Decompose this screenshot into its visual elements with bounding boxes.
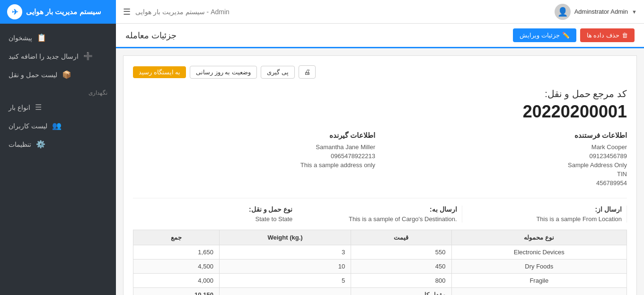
content-area: جزئیات معامله ✏️ جزئیات ویرایش 🗑 حذف داد… [116,24,644,295]
delete-button[interactable]: 🗑 حذف داده ها [580,28,635,42]
cargo-table: نوع محموله قیمت Weight (kg.) جمع Electro… [133,230,627,295]
sidebar-header: ✈ سیستم مدیریت بار هوایی [0,0,116,24]
cell-weight: 3 [219,245,351,259]
route-to-col: ارسال به: .This is a sample of Cargo's D… [297,206,462,223]
route-type-label: نوع حمل و نقل: [138,206,292,213]
sender-tin-value: 456789954 [385,179,627,187]
main-area: ☰ Admin - سیستم مدیریت بار هوایی 👤 Admin… [116,0,644,295]
sidebar-item-cargo-types[interactable]: ☰ انواع بار [0,98,116,116]
cell-weight: 10 [219,259,351,274]
sidebar-item-label: ارسال جدید را اضافه کنید [9,53,79,60]
route-type-col: نوع حمل و نقل: State to State [133,206,297,223]
sender-address: Sample Address Only [385,161,627,169]
page-title: جزئیات معامله [125,30,176,41]
topbar: ☰ Admin - سیستم مدیریت بار هوایی 👤 Admin… [116,0,644,24]
sender-phone: 09123456789 [385,152,627,160]
action-bar: به ایستگاه رسید وضعیت به روز رسانی پی گی… [133,65,627,79]
route-from-col: ارسال از: This is a sample From Location [462,206,627,223]
route-grid: ارسال از: This is a sample From Location… [133,198,627,223]
cell-total: 1,650 [133,245,220,259]
add-icon: ➕ [83,52,93,61]
total-label: مقدار کل [351,288,451,295]
route-to-label: ارسال به: [302,206,457,213]
cell-price: 800 [351,274,451,288]
app-title: سیستم مدیریت بار هوایی [26,8,101,16]
table-row: Dry Foods 450 10 4,500 [133,259,627,274]
sidebar-item-settings[interactable]: ⚙️ تنظیمات [0,135,116,153]
col-header-type: نوع محموله [451,230,626,245]
sidebar-nav: 📋 پیشخوان ➕ ارسال جدید را اضافه کنید 📦 ل… [0,24,116,158]
cell-weight: 5 [219,274,351,288]
sidebar-item-users[interactable]: 👥 لیست کاربران [0,116,116,135]
receiver-phone: 0965478922213 [133,152,375,160]
table-total-row: مقدار کل 10,150 [133,288,627,295]
reference-number: 20220200001 [133,102,627,122]
cell-total: 4,000 [133,274,220,288]
details-edit-button[interactable]: ✏️ جزئیات ویرایش [513,28,576,42]
sidebar-item-label: تنظیمات [9,141,31,148]
status-button[interactable]: وضعیت به روز رسانی [190,66,257,79]
receiver-address: This a sample address only [133,161,375,169]
table-header-row: نوع محموله قیمت Weight (kg.) جمع [133,230,627,245]
route-type-value: State to State [138,215,292,223]
total-cell-empty2 [219,288,351,295]
total-cell-empty1 [451,288,626,295]
menu-toggle-icon[interactable]: ☰ [123,7,131,17]
sidebar-item-label: انواع بار [9,104,30,111]
app-logo: ✈ [7,4,22,19]
sender-title: اطلاعات فرستنده [385,131,627,140]
table-row: Electronic Devices 550 3 1,650 [133,245,627,259]
route-from-value: This is a sample From Location [467,215,622,223]
info-grid: اطلاعات فرستنده Mark Cooper 09123456789 … [133,131,627,188]
page-header: جزئیات معامله ✏️ جزئیات ویرایش 🗑 حذف داد… [116,24,644,48]
inbox-icon: 📋 [37,33,46,42]
topbar-right: 👤 Adminstrator Admin ▼ [555,4,637,20]
page-header-actions: ✏️ جزئیات ویرایش 🗑 حذف داده ها [513,28,635,42]
settings-icon: ⚙️ [36,140,45,149]
sidebar-item-shipments[interactable]: 📦 لیست حمل و نقل [0,65,116,84]
cell-type: Fragile [451,274,626,288]
sidebar-item-label: لیست کاربران [9,122,47,130]
username: Adminstrator Admin [574,8,628,15]
cell-total: 4,500 [133,259,220,274]
cell-type: Electronic Devices [451,245,626,259]
sidebar-item-add[interactable]: ➕ ارسال جدید را اضافه کنید [0,47,116,65]
reference-section: کد مرجع حمل و نقل: 20220200001 [133,88,627,122]
station-button[interactable]: به ایستگاه رسید [133,66,186,78]
sidebar: ✈ سیستم مدیریت بار هوایی 📋 پیشخوان ➕ ارس… [0,0,116,295]
topbar-title: Admin - سیستم مدیریت بار هوایی [135,8,229,16]
table-row: Fragile 800 5 4,000 [133,274,627,288]
route-to-value: .This is a sample of Cargo's Destination [302,215,457,223]
print-icon: 🖨 [304,68,310,76]
reference-label: کد مرجع حمل و نقل: [133,88,627,99]
users-icon: 👥 [52,121,62,130]
receiver-title: اطلاعات گیرنده [133,131,375,140]
col-header-total: جمع [133,230,220,245]
topbar-left: ☰ Admin - سیستم مدیریت بار هوایی [123,7,229,17]
avatar: 👤 [555,4,571,20]
delete-icon: 🗑 [622,32,628,39]
sender-name: Mark Cooper [385,143,627,151]
cargo-types-icon: ☰ [35,103,42,112]
col-header-price: قیمت [351,230,451,245]
total-value: 10,150 [133,288,220,295]
receiver-name: Samantha Jane Miller [133,143,375,151]
user-dropdown-icon[interactable]: ▼ [632,9,637,15]
col-header-weight: Weight (kg.) [219,230,351,245]
route-from-label: ارسال از: [467,206,622,213]
sender-tin-label: TIN [385,170,627,178]
cell-price: 550 [351,245,451,259]
cell-price: 450 [351,259,451,274]
sidebar-section-label: نگهداری [0,84,116,98]
sidebar-item-label: پیشخوان [9,34,32,42]
edit-icon: ✏️ [562,32,570,39]
receiver-col: اطلاعات گیرنده Samantha Jane Miller 0965… [133,131,375,188]
shipment-icon: 📦 [62,70,71,79]
track-button[interactable]: پی گیری [261,66,295,79]
cell-type: Dry Foods [451,259,626,274]
sidebar-item-inbox[interactable]: 📋 پیشخوان [0,28,116,47]
print-button[interactable]: 🖨 [299,65,316,79]
sidebar-item-label: لیست حمل و نقل [9,71,57,79]
invoice-wrapper: به ایستگاه رسید وضعیت به روز رسانی پی گی… [123,55,637,295]
sender-col: اطلاعات فرستنده Mark Cooper 09123456789 … [385,131,627,188]
